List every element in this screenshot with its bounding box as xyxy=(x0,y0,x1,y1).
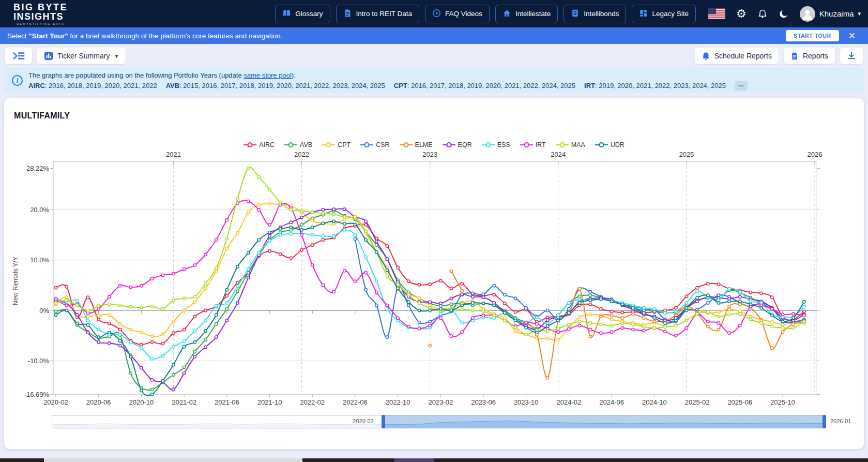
ticker-summary-dropdown[interactable]: Ticker Summary ▼ xyxy=(37,48,126,64)
svg-text:20.0%: 20.0% xyxy=(30,206,49,214)
logo-tagline: DEMYSTIFYING DATA xyxy=(13,22,68,25)
svg-text:2023-06: 2023-06 xyxy=(471,398,496,406)
svg-text:2025-02: 2025-02 xyxy=(685,398,710,406)
nav-button-label: Intro to REIT Data xyxy=(356,10,413,18)
logo-line1: BIG BYTE xyxy=(13,3,68,12)
grid-icon xyxy=(639,9,648,19)
close-icon[interactable]: ✕ xyxy=(848,32,856,40)
portfolio-years-more-button[interactable]: ... xyxy=(735,81,748,91)
svg-text:2022: 2022 xyxy=(294,151,309,158)
portfolio-years-airc: AIRC: 2016, 2018, 2019, 2020, 2021, 2022 xyxy=(28,82,157,90)
home-icon xyxy=(502,9,511,19)
us-flag-icon[interactable] xyxy=(708,8,725,19)
nav-button-legacy-site[interactable]: Legacy Site xyxy=(632,5,696,23)
document-icon xyxy=(343,9,352,19)
chevron-down-icon: ▼ xyxy=(114,53,119,59)
svg-text:2022-02: 2022-02 xyxy=(300,398,325,406)
nav-button-label: FAQ Videos xyxy=(445,10,482,18)
start-tour-button[interactable]: START TOUR xyxy=(786,30,839,41)
range-slider-right-handle[interactable] xyxy=(823,415,826,428)
nav-button-label: Intelliestate xyxy=(515,10,551,18)
nav-button-intellibonds[interactable]: Intellibonds xyxy=(564,5,626,23)
range-start-label: 2020-02 xyxy=(353,418,373,424)
navbar-right-cluster: ⚙ Khuzaima ▾ xyxy=(708,6,861,22)
tour-banner: Select "Start Tour" for a brief walkthro… xyxy=(0,27,868,44)
nav-button-label: Glossary xyxy=(295,10,323,18)
svg-text:2023-02: 2023-02 xyxy=(428,398,453,406)
nav-button-glossary[interactable]: Glossary xyxy=(275,5,330,23)
svg-text:2020-10: 2020-10 xyxy=(129,398,154,406)
svg-text:-10.0%: -10.0% xyxy=(28,357,50,365)
svg-text:2023: 2023 xyxy=(422,151,437,158)
dark-mode-moon-icon[interactable] xyxy=(779,9,789,19)
svg-text:2020-06: 2020-06 xyxy=(86,398,111,406)
reports-label: Reports xyxy=(803,52,828,60)
book-icon xyxy=(282,9,291,19)
settings-gear-icon[interactable]: ⚙ xyxy=(736,8,747,20)
report-document-icon xyxy=(790,52,799,61)
indent-menu-icon xyxy=(12,51,25,61)
range-end-label: 2026-01 xyxy=(830,418,851,424)
navbar-buttons: GlossaryIntro to REIT DataFAQ VideosInte… xyxy=(275,5,696,23)
multifamily-line-chart[interactable]: 28.22%20.0%10.0%0%-10.0%-16.69%202120222… xyxy=(4,147,864,409)
schedule-reports-label: Schedule Reports xyxy=(714,52,772,60)
svg-text:2024-02: 2024-02 xyxy=(557,398,582,406)
svg-text:2025-06: 2025-06 xyxy=(727,398,752,406)
svg-text:-16.69%: -16.69% xyxy=(24,391,50,398)
svg-text:2022-10: 2022-10 xyxy=(386,398,410,406)
schedule-bell-icon xyxy=(702,52,710,61)
brand-logo[interactable]: BIG BYTE INSIGHTS DEMYSTIFYING DATA xyxy=(13,3,68,25)
svg-text:2024: 2024 xyxy=(551,151,566,158)
multifamily-chart-card: MULTIFAMILY AIRCAVBCPTCSRELMEEQRESSIRTMA… xyxy=(4,98,864,449)
svg-text:2021: 2021 xyxy=(166,151,181,158)
nav-button-label: Intellibonds xyxy=(584,10,619,18)
ticker-summary-label: Ticker Summary xyxy=(57,52,110,60)
svg-text:New Rentals Y/Y: New Rentals Y/Y xyxy=(12,256,19,305)
download-button[interactable] xyxy=(840,48,863,64)
play-circle-icon xyxy=(432,9,441,19)
svg-text:2024-06: 2024-06 xyxy=(599,398,624,406)
svg-text:2021-02: 2021-02 xyxy=(172,398,196,406)
same-store-pool-link[interactable]: same store pool xyxy=(243,71,292,79)
range-slider-track[interactable] xyxy=(52,415,826,428)
download-icon xyxy=(847,51,856,61)
info-icon: i xyxy=(12,75,23,86)
chevron-down-icon: ▾ xyxy=(858,10,861,17)
next-section-edge xyxy=(0,458,868,462)
svg-text:2025-10: 2025-10 xyxy=(770,398,795,406)
user-menu[interactable]: Khuzaima ▾ xyxy=(800,6,861,22)
nav-button-faq-videos[interactable]: FAQ Videos xyxy=(425,5,490,23)
reports-button[interactable]: Reports xyxy=(784,48,835,64)
svg-text:2022-06: 2022-06 xyxy=(343,398,368,406)
schedule-reports-button[interactable]: Schedule Reports xyxy=(695,48,779,64)
banner-text: Select "Start Tour" for a brief walkthro… xyxy=(7,32,282,40)
top-navbar: BIG BYTE INSIGHTS DEMYSTIFYING DATA Glos… xyxy=(0,0,868,27)
portfolio-years-avb: AVB: 2015, 2016, 2017, 2018, 2019, 2020,… xyxy=(166,82,385,90)
bar-chart-icon xyxy=(44,51,53,61)
portfolio-years-irt: IRT: 2019, 2020, 2021, 2022, 2023, 2024,… xyxy=(584,82,726,90)
nav-button-intro-to-reit-data[interactable]: Intro to REIT Data xyxy=(336,5,420,23)
svg-text:2021-06: 2021-06 xyxy=(215,398,239,406)
avatar xyxy=(800,6,815,22)
svg-text:2025: 2025 xyxy=(679,151,694,158)
svg-text:0%: 0% xyxy=(39,307,49,315)
svg-text:2026: 2026 xyxy=(808,151,823,158)
svg-text:10.0%: 10.0% xyxy=(30,256,49,264)
nav-button-label: Legacy Site xyxy=(652,10,689,18)
infobar-line2: AIRC: 2016, 2018, 2019, 2020, 2021, 2022… xyxy=(28,81,858,91)
user-name: Khuzaima xyxy=(819,9,854,18)
portfolio-years-infobar: i The graphs are populated using on the … xyxy=(4,68,864,93)
notifications-bell-icon[interactable] xyxy=(757,9,768,19)
infobar-line1: The graphs are populated using on the fo… xyxy=(28,71,858,79)
range-slider-left-handle[interactable] xyxy=(382,415,385,428)
svg-text:2021-10: 2021-10 xyxy=(257,398,282,406)
nav-button-intelliestate[interactable]: Intelliestate xyxy=(495,5,558,23)
range-slider-minichart xyxy=(52,415,826,428)
logo-line2: INSIGHTS xyxy=(13,12,68,21)
chart-title: MULTIFAMILY xyxy=(14,111,70,121)
svg-text:2020-02: 2020-02 xyxy=(43,398,68,406)
portfolio-years-cpt: CPT: 2016, 2017, 2018, 2019, 2020, 2021,… xyxy=(394,82,575,90)
chart-toolbar: Ticker Summary ▼ Schedule Reports Report… xyxy=(0,44,868,68)
notes-icon xyxy=(571,9,580,19)
sidebar-toggle-button[interactable] xyxy=(5,48,32,64)
